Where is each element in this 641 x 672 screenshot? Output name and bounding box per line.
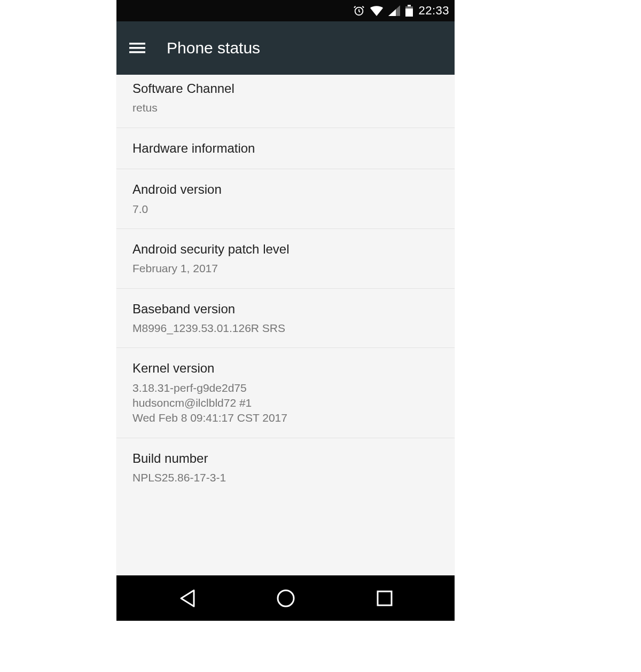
svg-rect-3 bbox=[405, 9, 413, 17]
battery-icon bbox=[405, 5, 413, 17]
row-kernel-version[interactable]: Kernel version 3.18.31-perf-g9de2d75 hud… bbox=[116, 348, 455, 438]
svg-rect-8 bbox=[378, 591, 392, 605]
row-label: Baseband version bbox=[132, 301, 439, 318]
row-value: retus bbox=[132, 100, 439, 115]
svg-rect-5 bbox=[129, 47, 145, 49]
row-label: Hardware information bbox=[132, 140, 439, 157]
page-title: Phone status bbox=[167, 39, 260, 57]
row-label: Android version bbox=[132, 181, 439, 198]
recent-apps-icon[interactable] bbox=[376, 590, 393, 607]
row-value: 7.0 bbox=[132, 202, 439, 217]
row-value: February 1, 2017 bbox=[132, 261, 439, 276]
row-value: M8996_1239.53.01.126R SRS bbox=[132, 321, 439, 336]
row-label: Kernel version bbox=[132, 360, 439, 377]
app-bar: Phone status bbox=[116, 21, 455, 75]
svg-point-7 bbox=[278, 590, 294, 606]
home-icon[interactable] bbox=[276, 588, 296, 608]
back-icon[interactable] bbox=[178, 588, 196, 608]
wifi-icon bbox=[370, 5, 383, 16]
alarm-icon bbox=[353, 5, 365, 17]
menu-icon[interactable] bbox=[129, 42, 145, 54]
navigation-bar bbox=[116, 575, 455, 621]
row-software-channel[interactable]: Software Channel retus bbox=[116, 75, 455, 128]
row-label: Build number bbox=[132, 450, 439, 467]
svg-rect-6 bbox=[129, 51, 145, 53]
row-android-version[interactable]: Android version 7.0 bbox=[116, 169, 455, 229]
row-label: Software Channel bbox=[132, 80, 439, 97]
row-label: Android security patch level bbox=[132, 241, 439, 258]
svg-rect-4 bbox=[129, 43, 145, 45]
status-bar: 22:33 bbox=[116, 0, 455, 21]
row-android-security-patch-level[interactable]: Android security patch level February 1,… bbox=[116, 229, 455, 289]
row-baseband-version[interactable]: Baseband version M8996_1239.53.01.126R S… bbox=[116, 289, 455, 349]
row-value: NPLS25.86-17-3-1 bbox=[132, 470, 439, 485]
settings-list: Software Channel retus Hardware informat… bbox=[116, 75, 455, 575]
row-hardware-information[interactable]: Hardware information bbox=[116, 128, 455, 169]
phone-frame: 22:33 Phone status Software Channel retu… bbox=[116, 0, 455, 621]
row-value: 3.18.31-perf-g9de2d75 hudsoncm@ilclbld72… bbox=[132, 381, 439, 426]
svg-rect-1 bbox=[408, 5, 411, 6]
cellular-signal-icon bbox=[388, 5, 400, 16]
status-time: 22:33 bbox=[418, 4, 449, 18]
row-build-number[interactable]: Build number NPLS25.86-17-3-1 bbox=[116, 438, 455, 497]
